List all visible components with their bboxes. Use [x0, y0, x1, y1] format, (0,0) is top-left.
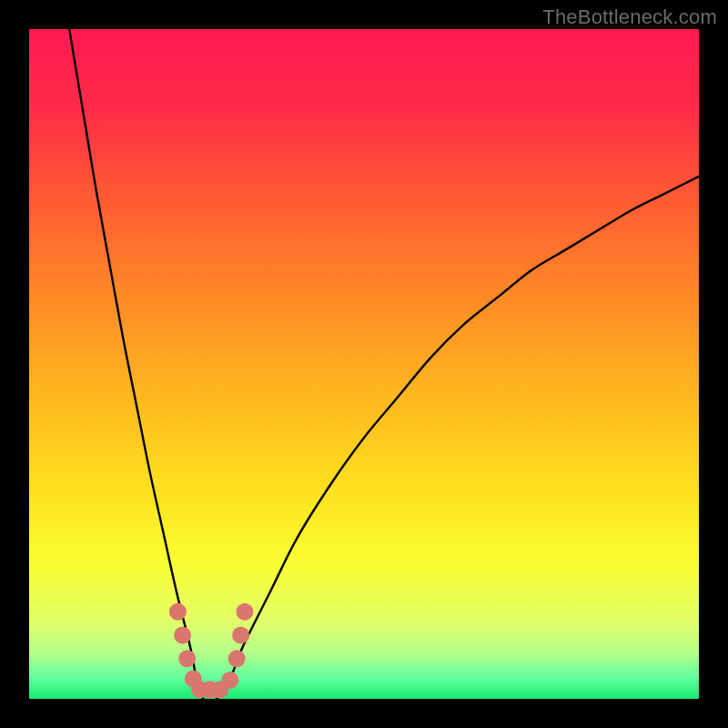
highlight-dot — [221, 672, 238, 689]
highlight-dot — [228, 650, 246, 667]
highlight-dot — [236, 603, 253, 621]
watermark-text: TheBottleneck.com — [542, 5, 717, 29]
highlight-dot — [232, 627, 249, 644]
plot-area — [29, 29, 699, 699]
curve-layer — [29, 29, 699, 699]
highlight-dot — [178, 650, 196, 667]
highlight-dot — [174, 627, 191, 644]
bottleneck-curve — [69, 29, 699, 702]
chart-frame: TheBottleneck.com — [0, 0, 728, 728]
highlight-dot — [169, 603, 187, 621]
